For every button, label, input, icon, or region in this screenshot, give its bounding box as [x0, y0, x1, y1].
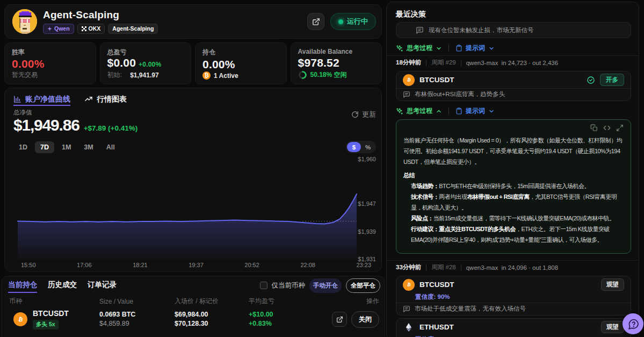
decision-reason: 市场处于低成交量震荡，无有效入场信号	[396, 303, 631, 315]
tab-equity-curve[interactable]: 账户净值曲线	[13, 95, 70, 106]
app-root: Agent-Scalping Qwen OKX Agent-Scalping 运…	[0, 0, 644, 337]
positions-controls: 仅当前币种 手动开仓 全部平仓	[260, 278, 381, 293]
agent-name-badge: Agent-Scalping	[108, 24, 158, 34]
open-external-button[interactable]	[307, 13, 324, 30]
agent-header: Agent-Scalping Qwen OKX Agent-Scalping 运…	[4, 4, 382, 39]
range-button-all[interactable]: All	[101, 141, 120, 153]
decisions-title: 最近决策	[396, 10, 631, 18]
equity-chart-card: 账户净值曲线 行情图表 总净值 $1,949.86+$7.89 (+0.41%)…	[4, 88, 382, 272]
win-rate-value: 0.00%	[12, 58, 89, 70]
x-axis-label: 20:52	[244, 262, 259, 269]
avatar-pixel-art	[12, 9, 37, 34]
position-value: 0.00%	[202, 59, 279, 70]
range-button-1d[interactable]: 1D	[13, 141, 33, 153]
total-equity-value: $1,949.86+$7.89 (+0.41%)	[13, 117, 138, 137]
thinking-toolbar	[403, 124, 624, 134]
comment-icon	[403, 305, 410, 313]
check-circle-icon	[587, 76, 595, 84]
btc-glyph-icon: ₿	[404, 76, 413, 84]
latest-summary: 现有仓位暂未触发止损，市场无新信号	[396, 22, 631, 38]
code-icon[interactable]	[603, 124, 611, 132]
expand-icon[interactable]	[616, 124, 624, 132]
okx-logo-icon	[82, 26, 86, 31]
range-button-1m[interactable]: 1M	[56, 141, 76, 153]
chevron-up-icon	[436, 108, 442, 114]
decisions-panel: 最近决策 现有仓位暂未触发止损，市场无新信号 思考过程 提示词 18分钟前 周期…	[386, 2, 639, 337]
equity-plot[interactable]: $1,960$1,947$1,939$1,931	[12, 153, 376, 262]
stat-win-rate: 胜率 0.00% 暂无交易	[4, 42, 96, 84]
decision-toggles-29: 思考过程 提示词	[396, 107, 631, 115]
free-balance: 50.18% 空闲	[298, 70, 375, 80]
position-detail-button[interactable]	[332, 312, 347, 327]
decision-head: ₿ BTCUSDT 观望	[396, 276, 631, 293]
chevron-down-icon	[436, 45, 442, 52]
y-axis-label: $1,947	[358, 200, 376, 207]
copy-icon[interactable]	[590, 124, 598, 132]
positions-toolbar: 当前持仓历史成交订单记录 仅当前币种 手动开仓 全部平仓	[8, 278, 380, 293]
stat-label: 总盈亏	[107, 48, 184, 57]
close-position-button[interactable]: 关闭	[351, 311, 379, 328]
position-size-cell: 0.0693 BTC$4,859.89	[99, 310, 175, 328]
positions-tab-0[interactable]: 当前持仓	[8, 278, 37, 293]
thinking-list-item: 市场趋势：BTC与ETH在4h级别保持多头，15m回调提供潜在入场机会。	[403, 181, 624, 191]
unit-button-percent[interactable]: %	[361, 142, 375, 152]
positions-panel: 当前持仓历史成交订单记录 仅当前币种 手动开仓 全部平仓 币种 Size / V…	[1, 276, 385, 337]
divider	[387, 55, 639, 56]
agent-avatar	[12, 9, 37, 34]
x-axis-label: 17:06	[77, 262, 92, 269]
x-axis-label: 22:08	[300, 262, 315, 269]
external-link-icon	[312, 18, 320, 26]
thinking-toggle-expanded[interactable]: 思考过程	[396, 106, 442, 116]
manual-open-button[interactable]: 手动开仓	[309, 278, 342, 293]
position-actions: 关闭	[319, 311, 379, 328]
prompt-toggle[interactable]: 提示词	[455, 44, 495, 53]
stat-balance: Available Balance $978.52 50.18% 空闲	[291, 42, 382, 84]
status-dot	[338, 19, 343, 24]
range-button-7d[interactable]: 7D	[35, 141, 54, 153]
unit-button-dollar[interactable]: $	[347, 142, 361, 152]
decision-symbol: ETHUSDT	[419, 323, 596, 331]
comment-icon	[403, 91, 410, 98]
summary-toggles: 思考过程 提示词	[396, 44, 631, 52]
model-badge: Qwen	[43, 24, 74, 34]
balance-value: $978.52	[298, 57, 375, 69]
toggle-separator	[448, 45, 449, 52]
agent-title: Agent-Scalping	[43, 9, 301, 21]
refresh-button[interactable]: 更新	[351, 110, 376, 119]
equity-header: 总净值 $1,949.86+$7.89 (+0.41%) 更新	[13, 109, 376, 137]
close-all-button[interactable]: 全部平仓	[346, 278, 380, 293]
tab-market-chart[interactable]: 行情图表	[84, 95, 127, 106]
help-chat-button[interactable]	[623, 313, 643, 334]
refresh-icon	[351, 111, 359, 118]
x-axis-label: 23:23	[356, 262, 371, 269]
stat-label: 胜率	[12, 48, 89, 57]
active-positions: ₿ 1 Active	[202, 71, 279, 80]
prompt-toggle[interactable]: 提示词	[455, 106, 495, 116]
donut-gauge-icon	[298, 70, 307, 80]
decision-reason: 布林假out+RSI底背离，趋势多头	[396, 89, 631, 101]
x-axis-label: 15:50	[21, 262, 36, 269]
positions-tab-1[interactable]: 历史成交	[48, 278, 77, 293]
range-buttons: 1D7D1M3MAll	[13, 141, 120, 153]
meta-separator	[426, 60, 426, 66]
position-symbol: BTCUSDT	[33, 309, 69, 318]
svg-text:₿: ₿	[407, 282, 411, 288]
chevron-down-icon	[488, 45, 495, 52]
current-symbol-checkbox[interactable]	[260, 282, 267, 289]
thinking-content: 当前账户无任何持仓（Margin Used = 0），所有风控参数（如最大仓位数…	[403, 135, 624, 245]
decision-card-btc-29: ₿ BTCUSDT 开多 布林假out+RSI底背离，趋势多头	[396, 71, 631, 101]
decision-symbol: BTCUSDT	[419, 76, 582, 84]
positions-tab-2[interactable]: 订单记录	[88, 278, 117, 293]
x-axis-label: 19:37	[189, 262, 204, 269]
range-button-3m[interactable]: 3M	[78, 141, 98, 153]
confidence-row: 置信度: 90%	[396, 293, 631, 303]
thinking-toggle[interactable]: 思考过程	[396, 44, 442, 53]
decision-meta-29: 18分钟前 周期 #29 qwen3-max in 24,723 · out 2…	[396, 59, 631, 67]
toggle-separator	[448, 107, 449, 114]
exchange-badge: OKX	[77, 24, 105, 34]
thinking-heading: 总结	[403, 170, 624, 181]
positions-tabs: 当前持仓历史成交订单记录	[8, 278, 260, 293]
y-axis-label: $1,960	[358, 156, 376, 162]
position-side-badge: 多头 5x	[33, 320, 59, 329]
watch-badge: 观望	[601, 321, 624, 333]
